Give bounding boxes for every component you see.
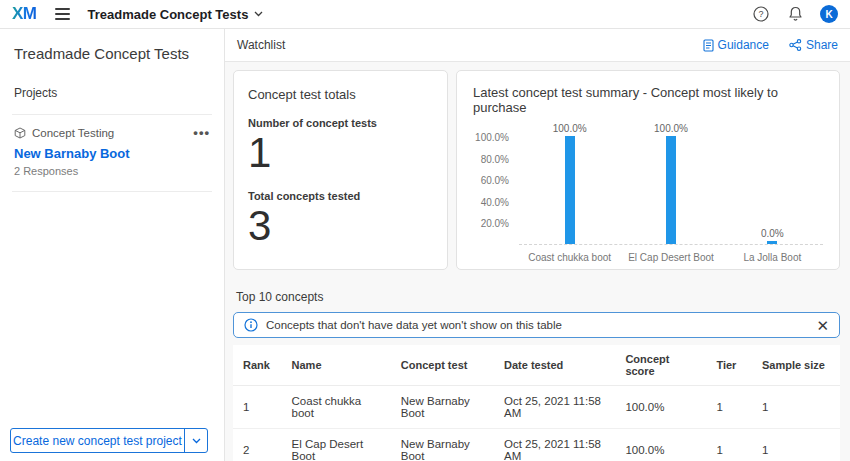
column-header: Sample size (752, 345, 840, 386)
chart-plot: 100.0%100.0%0.0% (519, 133, 823, 245)
y-axis-tick-label: 60.0% (481, 175, 509, 186)
table-row[interactable]: 1Coast chukka bootNew Barnaby BootOct 25… (233, 386, 840, 429)
table-cell: Oct 25, 2021 11:58 AM (494, 429, 615, 461)
create-project-button-label[interactable]: Create new concept test project (11, 429, 184, 452)
column-header: Name (282, 345, 391, 386)
y-axis-tick-label: 80.0% (481, 154, 509, 165)
share-link[interactable]: Share (789, 38, 838, 52)
table-cell: 1 (233, 386, 282, 429)
divider (12, 114, 212, 115)
concept-testing-cube-icon (14, 127, 26, 139)
table-cell: 1 (706, 386, 752, 429)
info-banner-text: Concepts that don't have data yet won't … (266, 319, 562, 331)
y-axis-tick-label: 20.0% (481, 218, 509, 229)
hamburger-menu-icon[interactable] (55, 8, 70, 20)
table-cell: 1 (752, 429, 840, 461)
table-cell: 100.0% (615, 429, 706, 461)
sidebar: Treadmade Concept Tests Projects Concept… (0, 29, 225, 461)
metric-value: 3 (248, 204, 433, 248)
top-concepts-table: RankNameConcept testDate testedConcept s… (233, 345, 840, 461)
page-title: Watchlist (237, 38, 285, 52)
info-banner: Concepts that don't have data yet won't … (233, 312, 840, 338)
y-axis-tick-label: 100.0% (475, 132, 509, 143)
chart-column: 100.0% (519, 123, 620, 244)
dashboard-content: Concept test totals Number of concept te… (225, 62, 850, 461)
sidebar-title: Treadmade Concept Tests (14, 45, 210, 62)
column-header: Rank (233, 345, 282, 386)
summary-card-title: Latest concept test summary - Concept mo… (473, 85, 823, 115)
y-axis-tick-label: 40.0% (481, 197, 509, 208)
column-header: Concept score (615, 345, 706, 386)
table-body: 1Coast chukka bootNew Barnaby BootOct 25… (233, 386, 840, 461)
project-name-link[interactable]: New Barnaby Boot (14, 146, 210, 161)
table-cell: 2 (233, 429, 282, 461)
bar (767, 241, 777, 244)
share-label: Share (806, 38, 838, 52)
table-header-row: RankNameConcept testDate testedConcept s… (233, 345, 840, 386)
svg-text:?: ? (758, 9, 763, 19)
table-cell: El Cap Desert Boot (282, 429, 391, 461)
column-header: Concept test (391, 345, 494, 386)
top-10-concepts-title: Top 10 concepts (236, 290, 840, 304)
table-cell: New Barnaby Boot (391, 386, 494, 429)
metric-label: Total concepts tested (248, 190, 433, 202)
table-cell: 100.0% (615, 386, 706, 429)
user-avatar[interactable]: K (820, 5, 838, 23)
bar-value-label: 100.0% (553, 123, 587, 134)
chart-categories: Coast chukka bootEl Cap Desert BootLa Jo… (519, 252, 823, 263)
chart-column: 0.0% (722, 228, 823, 244)
x-axis-label: El Cap Desert Boot (620, 252, 721, 263)
column-header: Date tested (494, 345, 615, 386)
create-project-dropdown-caret[interactable] (184, 429, 207, 452)
bar-value-label: 100.0% (654, 123, 688, 134)
table-cell: Oct 25, 2021 11:58 AM (494, 386, 615, 429)
main-area: Watchlist Guidance Share (225, 29, 850, 461)
bar-value-label: 0.0% (761, 228, 784, 239)
table-cell: New Barnaby Boot (391, 429, 494, 461)
concept-test-totals-card: Concept test totals Number of concept te… (233, 70, 448, 270)
close-icon[interactable]: ✕ (816, 318, 829, 333)
metric-value: 1 (248, 131, 433, 175)
chevron-down-icon (254, 11, 263, 17)
totals-card-title: Concept test totals (248, 87, 433, 102)
x-axis-label: Coast chukka boot (519, 252, 620, 263)
chart-column: 100.0% (620, 123, 721, 244)
projects-section-label: Projects (14, 86, 210, 100)
bar (565, 136, 575, 244)
table-cell: 1 (752, 386, 840, 429)
bar-chart: 100.0%80.0%60.0%40.0%20.0% 100.0%100.0%0… (473, 133, 823, 263)
create-project-button[interactable]: Create new concept test project (10, 428, 208, 453)
metric-total-concepts-tested: Total concepts tested 3 (248, 190, 433, 248)
column-header: Tier (706, 345, 752, 386)
notifications-bell-icon[interactable] (786, 5, 804, 23)
metric-number-of-concept-tests: Number of concept tests 1 (248, 117, 433, 175)
project-switcher-label: Treadmade Concept Tests (88, 7, 249, 22)
project-responses-count: 2 Responses (14, 165, 210, 177)
divider (12, 191, 212, 192)
x-axis-label: La Jolla Boot (722, 252, 823, 263)
project-type-label: Concept Testing (32, 127, 114, 139)
bar (666, 136, 676, 244)
guidance-document-icon (703, 39, 714, 52)
project-list-item: Concept Testing ••• New Barnaby Boot 2 R… (14, 127, 210, 177)
topbar-actions: ? K (752, 5, 838, 23)
table-row[interactable]: 2El Cap Desert BootNew Barnaby BootOct 2… (233, 429, 840, 461)
metric-label: Number of concept tests (248, 117, 433, 129)
guidance-link[interactable]: Guidance (703, 38, 769, 52)
xm-logo: XM (12, 4, 37, 24)
watchlist-header: Watchlist Guidance Share (225, 29, 850, 62)
table-cell: 1 (706, 429, 752, 461)
share-icon (789, 39, 802, 51)
table-cell: Coast chukka boot (282, 386, 391, 429)
info-icon (244, 318, 258, 332)
chart-y-axis: 100.0%80.0%60.0%40.0%20.0% (473, 133, 519, 245)
help-icon[interactable]: ? (752, 5, 770, 23)
latest-summary-card: Latest concept test summary - Concept mo… (456, 70, 840, 270)
project-switcher[interactable]: Treadmade Concept Tests (88, 7, 264, 22)
top-bar: XM Treadmade Concept Tests ? K (0, 0, 850, 29)
guidance-label: Guidance (718, 38, 769, 52)
project-options-ellipsis-icon[interactable]: ••• (193, 128, 210, 138)
